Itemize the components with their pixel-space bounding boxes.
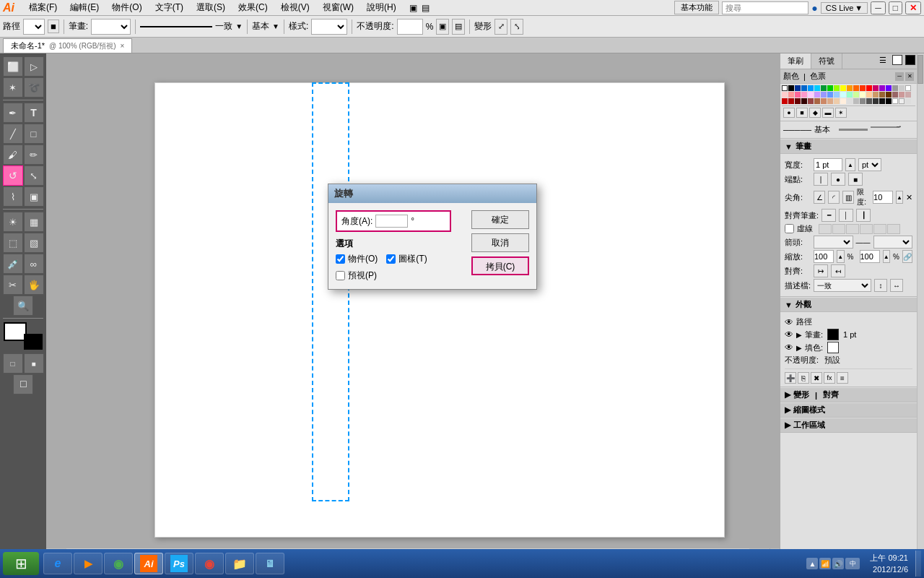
- normal-mode-btn[interactable]: □: [3, 353, 23, 374]
- color-swatch-item[interactable]: [879, 98, 885, 104]
- color-swatch-item[interactable]: [782, 85, 788, 91]
- delete-btn[interactable]: ✖: [811, 372, 822, 384]
- color-tab[interactable]: 顏色: [783, 71, 799, 82]
- color-swatch-item[interactable]: [892, 85, 898, 91]
- menu-file[interactable]: 檔案(F): [23, 0, 63, 15]
- color-swatch-item[interactable]: [795, 92, 801, 98]
- color-swatch-item[interactable]: [899, 92, 905, 98]
- color-swatch-item[interactable]: [827, 85, 833, 91]
- zoom-tool[interactable]: 🔍: [13, 296, 33, 316]
- align-outside-btn[interactable]: ┃: [856, 209, 871, 222]
- tray-expand-btn[interactable]: ▲: [806, 558, 818, 569]
- dashed-checkbox[interactable]: [785, 224, 794, 233]
- color-swatch-item[interactable]: [879, 85, 885, 91]
- appearance-header[interactable]: ▼ 外觀: [780, 297, 917, 312]
- menu-select[interactable]: 選取(S): [191, 0, 231, 15]
- color-swatch-item[interactable]: [905, 92, 911, 98]
- style-select[interactable]: [311, 19, 347, 35]
- cs-live-button[interactable]: CS Live ▼: [821, 2, 868, 14]
- color-swatch-item[interactable]: [821, 92, 827, 98]
- scale-input2[interactable]: [860, 250, 880, 263]
- color-swatch-item[interactable]: [782, 92, 788, 98]
- color-panel-close[interactable]: ✕: [905, 72, 914, 81]
- color-swatch-item[interactable]: [866, 92, 872, 98]
- width-up-btn[interactable]: ▲: [845, 158, 855, 171]
- scale-input1[interactable]: [814, 250, 834, 263]
- color-swatch-item[interactable]: [853, 98, 859, 104]
- options-small-btn[interactable]: ≡: [837, 372, 848, 384]
- ok-button[interactable]: 確定: [471, 210, 529, 229]
- color-swatch-item[interactable]: [860, 85, 866, 91]
- color-swatch-item[interactable]: [847, 92, 853, 98]
- limit-up[interactable]: ▲: [896, 191, 903, 204]
- scale-up2[interactable]: ▲: [883, 250, 891, 263]
- fill-visibility[interactable]: 👁: [785, 342, 793, 353]
- color-swatch-item[interactable]: [821, 85, 827, 91]
- magic-wand-tool[interactable]: ✶: [3, 77, 23, 98]
- win-close[interactable]: ✕: [905, 1, 921, 14]
- symbol-sprayer-tool[interactable]: ☀: [3, 212, 23, 232]
- taskbar-chrome1[interactable]: ◉: [104, 553, 133, 574]
- align-center-btn[interactable]: ━: [821, 209, 836, 222]
- color-swatch-item[interactable]: [827, 98, 833, 104]
- taskbar-explorer[interactable]: 📁: [225, 553, 254, 574]
- color-swatch-item[interactable]: [827, 92, 833, 98]
- blend-tool[interactable]: ∞: [24, 254, 44, 274]
- color-swatch-item[interactable]: [886, 92, 892, 98]
- base-dropdown-icon[interactable]: ▼: [272, 22, 279, 30]
- object-checkbox[interactable]: [336, 254, 345, 264]
- endpoint-round[interactable]: ●: [831, 173, 845, 186]
- fill-expand[interactable]: ▶: [796, 344, 802, 352]
- color-swatch-item[interactable]: [853, 85, 859, 91]
- black-swatch2[interactable]: [905, 55, 915, 65]
- opacity-input[interactable]: 100: [397, 19, 423, 35]
- color-swatch-item[interactable]: [834, 92, 840, 98]
- endpoint-butt[interactable]: |: [814, 173, 828, 186]
- column-graph-tool[interactable]: ▦: [24, 212, 44, 232]
- color-swatch-item[interactable]: [873, 85, 879, 91]
- taskbar-chrome2[interactable]: ◉: [195, 553, 224, 574]
- color-mode-btn[interactable]: ■: [24, 353, 44, 374]
- line-tool[interactable]: ╱: [3, 124, 23, 144]
- paintbrush-tool[interactable]: 🖌: [3, 144, 23, 165]
- mesh-tool[interactable]: ⬚: [3, 233, 23, 253]
- color-swatch-item[interactable]: [892, 92, 898, 98]
- color-panel-minimize[interactable]: ─: [895, 72, 904, 81]
- black-swatch[interactable]: [892, 55, 902, 65]
- color-swatch-item[interactable]: [788, 98, 794, 104]
- show-desktop-btn[interactable]: [915, 551, 921, 577]
- color-swatch-item[interactable]: [821, 98, 827, 104]
- color-swatch-item[interactable]: [847, 98, 853, 104]
- tray-lang-icon[interactable]: 中: [845, 558, 860, 569]
- transform-btn2[interactable]: ⤣: [510, 19, 523, 35]
- color-swatch-item[interactable]: [801, 85, 807, 91]
- color-swatch-item[interactable]: [873, 92, 879, 98]
- eyedropper-tool[interactable]: 💉: [3, 254, 23, 274]
- color-swatch-item[interactable]: [801, 92, 807, 98]
- clock[interactable]: 上午 09:21 2012/12/6: [866, 551, 912, 577]
- color-swatch-item[interactable]: [873, 98, 879, 104]
- menu-view[interactable]: 檢視(V): [275, 0, 315, 15]
- workspace-button[interactable]: 基本功能: [674, 1, 719, 14]
- color-swatch-item[interactable]: [834, 98, 840, 104]
- swatches-tab[interactable]: 色票: [810, 71, 826, 82]
- color-swatch-item[interactable]: [808, 98, 814, 104]
- color-swatch-item[interactable]: [860, 98, 866, 104]
- width-input[interactable]: [814, 158, 842, 171]
- triangle-expand[interactable]: ▶: [796, 331, 802, 339]
- rect-tool[interactable]: □: [24, 124, 44, 144]
- lasso-tool[interactable]: ➰: [24, 77, 44, 98]
- taskbar-desktop[interactable]: 🖥: [256, 553, 284, 574]
- win-maximize[interactable]: □: [889, 1, 902, 14]
- background-color[interactable]: [24, 334, 43, 350]
- color-swatch-item[interactable]: [879, 92, 885, 98]
- color-swatch-item[interactable]: [899, 85, 905, 91]
- pattern-checkbox[interactable]: [386, 254, 396, 264]
- color-swatch-item[interactable]: [788, 92, 794, 98]
- corner-round[interactable]: ◜: [828, 191, 840, 204]
- corner-bevel[interactable]: ▥: [842, 191, 854, 204]
- color-swatch-item[interactable]: [905, 85, 911, 91]
- corner-miter[interactable]: ∠: [814, 191, 825, 204]
- screen-mode-btn[interactable]: ☐: [13, 374, 33, 394]
- tray-network-icon[interactable]: 📶: [819, 558, 831, 569]
